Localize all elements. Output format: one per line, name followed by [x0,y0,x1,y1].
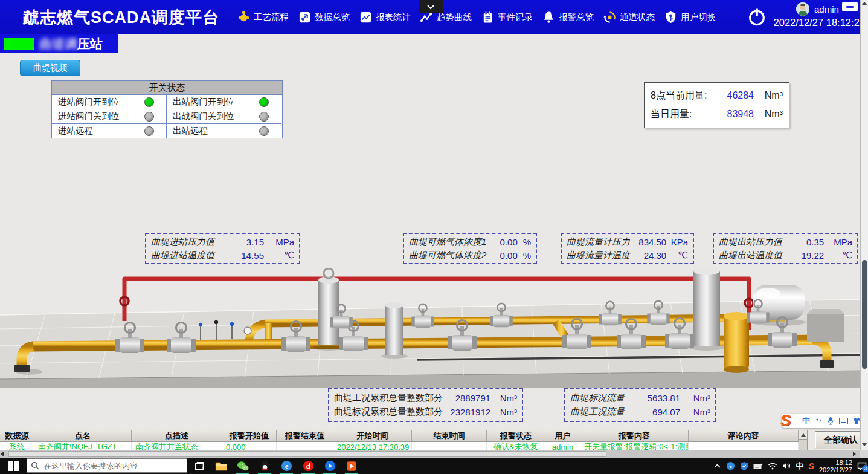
menu-item-report-stats[interactable]: 报表统计 [359,10,411,24]
play-app-icon [324,460,336,472]
scroll-up-icon[interactable] [799,430,807,440]
pinned-app-button[interactable] [341,458,362,474]
reading-value: 3.15 [219,237,264,247]
top-header-bar: 虣志燃气SCADA调度平台 工艺流程 数据总览 [0,0,868,34]
ime-mic-icon[interactable] [827,417,834,425]
music-app-button[interactable] [297,458,319,474]
reading-unit: MPa [824,237,852,247]
col-header-alarm-content[interactable]: 报警内容 [580,430,689,441]
page-vertical-scrollbar[interactable] [860,0,868,450]
scada-screen: 虣志燃气SCADA调度平台 工艺流程 数据总览 [0,0,868,474]
tray-clock[interactable]: 18:12 2022/12/27 [819,459,852,473]
station-name-blurred: 曲堤调 [39,36,77,53]
video-player-button[interactable] [319,458,341,474]
task-view-button[interactable] [188,458,210,474]
reading-unit: Nm³ [680,393,710,403]
usage-row-current: 8点当前用量: 46284 Nm³ [651,89,783,102]
col-header-end-time[interactable]: 结束时间 [412,430,487,441]
tray-hidden-icons-chevron[interactable] [713,463,721,469]
header-collapse-tab[interactable] [419,0,443,13]
minimize-button[interactable] [842,2,858,11]
user-avatar[interactable] [796,2,809,16]
chevron-down-icon [426,4,435,10]
menu-item-event-log[interactable]: 事件记录 [481,10,533,24]
menu-item-data-overview[interactable]: 数据总览 [298,10,350,24]
outlet-readings-panel: 曲堤出站压力值0.35MPa 曲堤出站温度值19.22℃ [713,233,858,264]
tray-security-shield-icon[interactable] [740,461,748,470]
col-header-datasource[interactable]: 数据源 [0,430,34,441]
status-dot [144,97,154,107]
start-button[interactable] [0,458,27,474]
tray-touch-keyboard-icon[interactable] [753,463,763,470]
tray-browser-icon[interactable]: e [726,461,735,470]
tray-sogou-icon[interactable]: S [809,461,814,471]
reading-label: 曲堤出站压力值 [719,236,782,248]
qq-button[interactable] [254,458,275,474]
file-explorer-button[interactable] [210,458,232,474]
col-header-alarm-start-value[interactable]: 报警开始值 [222,430,277,441]
orange-app-icon [346,461,357,472]
app-title: 虣志燃气SCADA调度平台 [23,0,219,34]
status-dot [144,126,154,136]
confirm-all-button[interactable]: 全部确认 [815,431,867,449]
station-tab[interactable]: 曲堤调 压站 [0,34,118,53]
alarm-table-scrollbar[interactable] [799,430,808,451]
tray-volume-icon[interactable] [782,462,791,470]
col-header-start-time[interactable]: 开始时间 [333,430,412,441]
video-button[interactable]: 曲堤视频 [20,60,80,76]
task-view-icon [194,461,205,472]
action-center-button[interactable]: 3 [857,462,867,470]
status-dot [259,112,269,122]
col-header-comment[interactable]: 评论内容 [689,430,799,441]
col-header-user[interactable]: 用户 [545,430,580,441]
scroll-down-icon[interactable] [862,443,867,446]
col-header-point-desc[interactable]: 点描述 [132,430,222,441]
ime-punctuation-icon[interactable] [815,417,822,424]
page-horizontal-scrollbar[interactable] [0,450,868,458]
sogou-logo[interactable]: S [780,411,791,430]
tray-wifi-icon[interactable] [768,462,777,470]
reading-value: 0.00 [486,237,517,247]
vertical-scroll-thumb[interactable] [862,260,867,369]
switch-grid: 进站阀门开到位 出站阀门开到位 进站阀门关到位 出战阀门关到位 进站远程 出站远… [52,95,282,138]
switch-label: 进站远程 [58,125,93,137]
menu-item-channel-status[interactable]: 通道状态 [603,10,655,24]
reading-unit: ℃ [666,250,688,261]
scroll-right-icon[interactable] [853,452,856,456]
report-stats-icon [359,10,373,24]
reading-unit: % [518,250,531,261]
reading-label: 曲堤进站温度值 [151,250,219,261]
taskbar-apps: e [188,458,362,474]
scroll-left-icon[interactable] [1,452,4,456]
col-header-point-name[interactable]: 点名 [34,430,132,441]
tray-ime-mode[interactable]: 中 [796,461,804,472]
reading-value: 5633.81 [635,393,680,403]
reading-unit: KPa [666,237,688,247]
scroll-up-icon[interactable] [862,2,867,5]
switch-cell-inlet-closed: 进站阀门关到位 [52,109,167,124]
windows-logo-icon [8,461,19,471]
ime-mode-toggle[interactable]: 中 [802,415,810,426]
channel-status-icon [603,10,617,24]
col-header-alarm-end-value[interactable]: 报警结束值 [277,430,333,441]
main-menu: 工艺流程 数据总览 报表统计 [237,0,716,34]
search-input[interactable] [42,461,178,471]
menu-item-user-switch[interactable]: 用户切换 [664,10,716,24]
horizontal-scroll-thumb[interactable] [8,451,606,457]
menu-item-alarm-overview[interactable]: 报警总览 [542,10,594,24]
usage-unit: Nm³ [754,109,783,120]
taskbar-search-box[interactable] [27,458,187,473]
wechat-button[interactable] [232,458,254,474]
usage-unit: Nm³ [754,90,783,101]
browser-button[interactable]: e [275,458,297,474]
menu-item-process-flow[interactable]: 工艺流程 [237,10,289,24]
col-header-alarm-state[interactable]: 报警状态 [487,430,545,441]
svg-text:e: e [729,463,731,469]
notification-badge: 3 [862,465,868,472]
reading-value: 834.50 [630,237,666,247]
reading-unit: Nm³ [680,407,710,417]
reading-value: 694.07 [635,407,680,417]
ime-keyboard-icon[interactable] [839,418,848,424]
folder-icon [215,461,227,472]
switch-cell-inlet-open: 进站阀门开到位 [52,95,167,109]
